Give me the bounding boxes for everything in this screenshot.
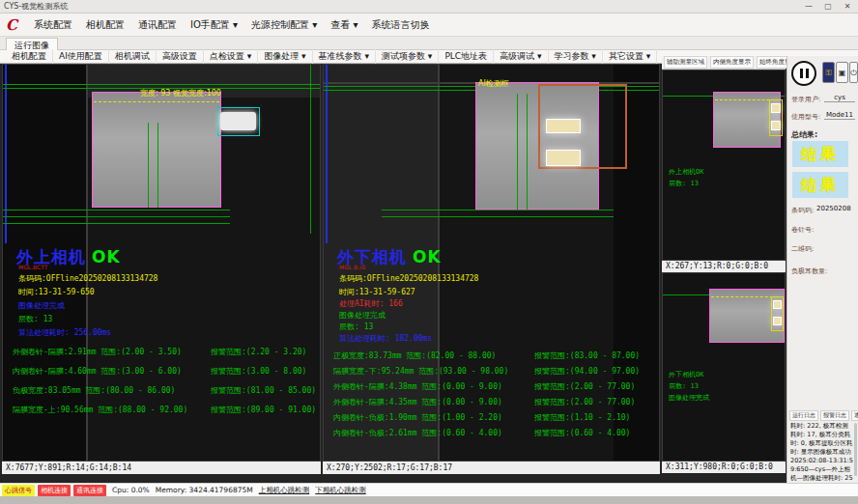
guide-line-blue (326, 65, 328, 243)
login-user-label: 登录用户: (791, 95, 820, 104)
menu-item-1[interactable]: 相机配置 (79, 15, 131, 35)
window-bottom-strip (0, 496, 858, 504)
menu-item-3[interactable]: IO手配置 ▾ (184, 15, 244, 35)
tab-highlight (546, 119, 581, 133)
heartbeat-top-link[interactable]: 上相机心跳检测 (259, 486, 310, 495)
measurement-row: 隔膜宽度-上:90.56mm 范围:(88.00 - 92.00) (13, 405, 187, 415)
preview-overlay-text: 外下相机OK层数: 13图像处理完成 (669, 370, 709, 403)
ai-time-line: 处理AI耗时: 166 (339, 298, 403, 309)
camera-tiny-code: MGL.BCTT (18, 264, 48, 270)
app-logo-icon: C (6, 17, 21, 33)
measurement-row: 隔膜宽度-下:95.24mm 范围:(93.00 - 98.00) (333, 366, 508, 377)
lock-button[interactable]: ⚿ (822, 62, 835, 83)
measurement-row: 内侧卷针-负极:2.61mm 范围:(0.60 - 4.00) (333, 428, 508, 438)
coord-readout-left: X:7677;Y:891;R:14;G:14;B:14 (2, 462, 321, 474)
toolbar-item-5[interactable]: 图像处理 ▾ (258, 49, 312, 64)
measurement-row: 外侧卷针-隔膜:2.91mm 范围:(2.00 - 3.50) (13, 347, 187, 357)
pause-button[interactable] (791, 61, 816, 86)
preview-overlay-line: 层数: 13 (669, 381, 709, 391)
log-tab-1[interactable]: 报警日志 (820, 410, 849, 421)
toolbar-item-4[interactable]: 点检设置 ▾ (204, 49, 258, 64)
log-tab-2[interactable]: 通讯日志 (851, 410, 858, 421)
log-text: 耗时: 222, 极耳检测耗时: 17, 极耳分类耗时: 0, 极耳提取分区耗时… (790, 422, 854, 491)
preview-header-tab-0[interactable]: 辅助测量区域 (664, 56, 707, 69)
title-bar: CYS-视觉检测系统 — ▢ ✕ (0, 0, 858, 14)
tab-highlight (773, 317, 782, 325)
layers-line: 层数: 13 (339, 322, 373, 332)
guide-line-green (310, 65, 311, 234)
guide-line-green (148, 123, 149, 208)
alarm-range: 报警范围:(94.00 - 97.00) (534, 366, 640, 377)
result-display-top: 结果 (792, 141, 848, 167)
qr-code-label: 二维码: (791, 244, 814, 254)
camera-button[interactable]: ▣ (836, 62, 848, 83)
status-badge-1: 相机连接 (38, 485, 71, 496)
camera-view-bottom[interactable]: AI检测框 外下相机OK MGL.B:/0 条码码:OFFline2025020… (323, 64, 660, 462)
toolbar-item-2[interactable]: 相机调试 (109, 49, 157, 64)
log-tab-0[interactable]: 运行日志 (789, 410, 818, 421)
guide-line-green (382, 216, 614, 217)
menu-item-5[interactable]: 查看 ▾ (324, 15, 364, 35)
measurement-row: 内侧卷针-隔膜:4.60mm 范围:(3.00 - 6.00) (13, 366, 187, 377)
process-done-line: 图像处理完成 (339, 310, 386, 321)
minimize-button[interactable]: — (800, 0, 817, 13)
alarm-range: 报警范围:(0.60 - 4.00) (534, 428, 640, 438)
toolbar-item-3[interactable]: 高级设置 (157, 49, 204, 64)
coord-readout-preview-bottom: X:311;Y:980;R:0;G:0;B:0 (662, 462, 786, 473)
toolbar-item-6[interactable]: 基准线参数 ▾ (313, 49, 376, 64)
tab-highlight (546, 150, 581, 166)
guide-line-green (3, 84, 321, 85)
guide-line-green (527, 94, 528, 210)
result-display-bottom: 结果 (792, 172, 848, 198)
log-scrollbar[interactable] (854, 423, 857, 476)
toolbar-item-8[interactable]: PLC地址表 (439, 49, 494, 64)
preview-header-tabs: 辅助测量区域内侧角度显示始终角度显示 (662, 56, 786, 70)
measurement-row: 正极宽度:83.73mm 范围:(82.00 - 88.00) (333, 350, 508, 361)
process-done-line: 图像处理完成 (18, 300, 65, 311)
coord-readout-preview-top: X:267;Y:13;R:0;G:0;B:0 (662, 261, 786, 272)
tab-highlight (773, 300, 782, 309)
preview-header-tab-1[interactable]: 内侧角度显示 (710, 56, 754, 69)
exit-button[interactable]: ⏻ (849, 62, 858, 83)
camera-result-ok: OK (92, 247, 121, 266)
cpu-readout: Cpu: 0.0% (112, 486, 150, 494)
preview-overlay-line: 外下相机OK (669, 370, 709, 379)
toolbar-item-9[interactable]: 高级调试 ▾ (494, 49, 548, 64)
preview-overlay-line: 外上相机OK (669, 167, 703, 177)
toolbar-item-10[interactable]: 学习参数 ▾ (549, 49, 603, 64)
heartbeat-bottom-link[interactable]: 下相机心跳检测 (315, 486, 366, 495)
connector-part (220, 112, 256, 130)
toolbar-item-1[interactable]: AI使用配置 (53, 49, 109, 64)
toolbar-item-0[interactable]: 相机配置 (6, 49, 53, 64)
menu-item-2[interactable]: 通讯配置 (131, 15, 184, 35)
model-label: 使用型号: (791, 112, 820, 122)
alarm-range: 报警范围:(2.20 - 3.20) (211, 347, 316, 357)
measurement-list: 外侧卷针-隔膜:2.91mm 范围:(2.00 - 3.50)内侧卷针-隔膜:4… (13, 347, 187, 415)
measurement-row: 外侧卷针-隔膜:4.38mm 范围:(0.00 - 9.00) (333, 381, 508, 392)
menu-item-6[interactable]: 系统语言切换 (364, 15, 436, 35)
exit-icon: ⏻ (850, 69, 856, 77)
window-title: CYS-视觉检测系统 (4, 1, 68, 12)
menu-item-4[interactable]: 光源控制配置 ▾ (244, 15, 324, 35)
close-button[interactable]: ✕ (839, 0, 856, 13)
preview-view-bottom[interactable]: 外下相机OK层数: 13图像处理完成 (662, 272, 786, 462)
alarm-range: 报警范围:(1.10 - 2.10) (534, 412, 640, 423)
alarm-range: 报警范围:(89.00 - 91.00) (211, 405, 316, 415)
status-badges: 心跳信号相机连接通讯连接 (2, 485, 106, 496)
maximize-button[interactable]: ▢ (819, 0, 837, 13)
camera-view-left-top[interactable]: 宽度: 93 视觉宽度:100 外上相机OK MGL.BCTT 条码码:OFFl… (2, 64, 321, 462)
camera-icon: ▣ (839, 69, 846, 77)
toolbar-item-11[interactable]: 其它设置 ▾ (603, 49, 657, 64)
preview-view-top[interactable]: 外上相机OK层数: 13 (662, 70, 786, 261)
right-sidebar: ⚿ ▣ ⏻ 登录用户: cys 使用型号: Mode11 总结果: 结果 结果 … (786, 56, 858, 483)
needle-number-label: 卷针号: (791, 225, 814, 235)
ai-box-label: AI检测框 (478, 78, 509, 89)
alarm-range: 报警范围:(83.00 - 87.00) (534, 350, 640, 361)
measure-line-yellow (94, 101, 219, 102)
toolbar-item-7[interactable]: 测试项参数 ▾ (376, 49, 439, 64)
guide-line-green (517, 94, 518, 210)
menu-item-0[interactable]: 系统配置 (27, 15, 79, 35)
app-window: CYS-视觉检测系统 — ▢ ✕ C 系统配置相机配置通讯配置IO手配置 ▾光源… (0, 0, 858, 504)
menu-bar: C 系统配置相机配置通讯配置IO手配置 ▾光源控制配置 ▾查看 ▾系统语言切换 (0, 14, 858, 37)
battery-cell-region (92, 92, 221, 208)
